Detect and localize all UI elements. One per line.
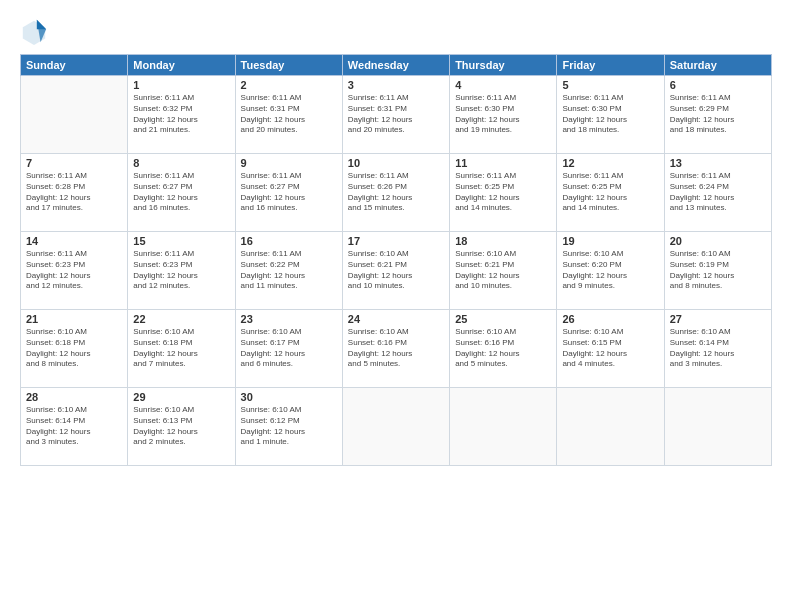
day-info: Sunrise: 6:11 AMSunset: 6:32 PMDaylight:… bbox=[133, 93, 229, 136]
day-number: 16 bbox=[241, 235, 337, 247]
calendar-cell: 18Sunrise: 6:10 AMSunset: 6:21 PMDayligh… bbox=[450, 232, 557, 310]
day-info: Sunrise: 6:10 AMSunset: 6:21 PMDaylight:… bbox=[348, 249, 444, 292]
logo-icon bbox=[20, 18, 48, 46]
day-number: 28 bbox=[26, 391, 122, 403]
day-info: Sunrise: 6:11 AMSunset: 6:23 PMDaylight:… bbox=[133, 249, 229, 292]
svg-marker-2 bbox=[37, 20, 46, 29]
day-number: 7 bbox=[26, 157, 122, 169]
day-number: 17 bbox=[348, 235, 444, 247]
day-info: Sunrise: 6:11 AMSunset: 6:25 PMDaylight:… bbox=[562, 171, 658, 214]
day-info: Sunrise: 6:11 AMSunset: 6:27 PMDaylight:… bbox=[133, 171, 229, 214]
day-info: Sunrise: 6:10 AMSunset: 6:21 PMDaylight:… bbox=[455, 249, 551, 292]
day-info: Sunrise: 6:11 AMSunset: 6:24 PMDaylight:… bbox=[670, 171, 766, 214]
day-number: 13 bbox=[670, 157, 766, 169]
calendar-cell: 2Sunrise: 6:11 AMSunset: 6:31 PMDaylight… bbox=[235, 76, 342, 154]
calendar-cell: 3Sunrise: 6:11 AMSunset: 6:31 PMDaylight… bbox=[342, 76, 449, 154]
day-number: 27 bbox=[670, 313, 766, 325]
day-info: Sunrise: 6:11 AMSunset: 6:29 PMDaylight:… bbox=[670, 93, 766, 136]
calendar-cell bbox=[342, 388, 449, 466]
day-info: Sunrise: 6:10 AMSunset: 6:19 PMDaylight:… bbox=[670, 249, 766, 292]
day-info: Sunrise: 6:10 AMSunset: 6:16 PMDaylight:… bbox=[348, 327, 444, 370]
calendar-cell: 26Sunrise: 6:10 AMSunset: 6:15 PMDayligh… bbox=[557, 310, 664, 388]
day-number: 30 bbox=[241, 391, 337, 403]
day-number: 19 bbox=[562, 235, 658, 247]
calendar-cell: 11Sunrise: 6:11 AMSunset: 6:25 PMDayligh… bbox=[450, 154, 557, 232]
day-info: Sunrise: 6:11 AMSunset: 6:30 PMDaylight:… bbox=[455, 93, 551, 136]
day-info: Sunrise: 6:11 AMSunset: 6:25 PMDaylight:… bbox=[455, 171, 551, 214]
calendar-cell: 21Sunrise: 6:10 AMSunset: 6:18 PMDayligh… bbox=[21, 310, 128, 388]
day-number: 23 bbox=[241, 313, 337, 325]
day-info: Sunrise: 6:11 AMSunset: 6:28 PMDaylight:… bbox=[26, 171, 122, 214]
day-number: 26 bbox=[562, 313, 658, 325]
day-info: Sunrise: 6:10 AMSunset: 6:16 PMDaylight:… bbox=[455, 327, 551, 370]
calendar-cell: 10Sunrise: 6:11 AMSunset: 6:26 PMDayligh… bbox=[342, 154, 449, 232]
day-info: Sunrise: 6:10 AMSunset: 6:17 PMDaylight:… bbox=[241, 327, 337, 370]
day-number: 9 bbox=[241, 157, 337, 169]
day-number: 8 bbox=[133, 157, 229, 169]
week-row-5: 28Sunrise: 6:10 AMSunset: 6:14 PMDayligh… bbox=[21, 388, 772, 466]
day-info: Sunrise: 6:11 AMSunset: 6:22 PMDaylight:… bbox=[241, 249, 337, 292]
page: SundayMondayTuesdayWednesdayThursdayFrid… bbox=[0, 0, 792, 612]
calendar-cell: 27Sunrise: 6:10 AMSunset: 6:14 PMDayligh… bbox=[664, 310, 771, 388]
day-info: Sunrise: 6:11 AMSunset: 6:26 PMDaylight:… bbox=[348, 171, 444, 214]
day-info: Sunrise: 6:10 AMSunset: 6:12 PMDaylight:… bbox=[241, 405, 337, 448]
calendar-cell: 12Sunrise: 6:11 AMSunset: 6:25 PMDayligh… bbox=[557, 154, 664, 232]
day-info: Sunrise: 6:11 AMSunset: 6:31 PMDaylight:… bbox=[241, 93, 337, 136]
day-number: 2 bbox=[241, 79, 337, 91]
day-number: 14 bbox=[26, 235, 122, 247]
weekday-header-row: SundayMondayTuesdayWednesdayThursdayFrid… bbox=[21, 55, 772, 76]
weekday-header-thursday: Thursday bbox=[450, 55, 557, 76]
week-row-1: 1Sunrise: 6:11 AMSunset: 6:32 PMDaylight… bbox=[21, 76, 772, 154]
calendar-cell: 17Sunrise: 6:10 AMSunset: 6:21 PMDayligh… bbox=[342, 232, 449, 310]
calendar-cell bbox=[664, 388, 771, 466]
calendar-cell: 13Sunrise: 6:11 AMSunset: 6:24 PMDayligh… bbox=[664, 154, 771, 232]
calendar-cell: 25Sunrise: 6:10 AMSunset: 6:16 PMDayligh… bbox=[450, 310, 557, 388]
day-number: 6 bbox=[670, 79, 766, 91]
day-info: Sunrise: 6:10 AMSunset: 6:15 PMDaylight:… bbox=[562, 327, 658, 370]
day-number: 11 bbox=[455, 157, 551, 169]
logo bbox=[20, 18, 52, 46]
day-info: Sunrise: 6:10 AMSunset: 6:14 PMDaylight:… bbox=[670, 327, 766, 370]
calendar-cell: 28Sunrise: 6:10 AMSunset: 6:14 PMDayligh… bbox=[21, 388, 128, 466]
calendar-cell: 1Sunrise: 6:11 AMSunset: 6:32 PMDaylight… bbox=[128, 76, 235, 154]
calendar-cell: 23Sunrise: 6:10 AMSunset: 6:17 PMDayligh… bbox=[235, 310, 342, 388]
day-info: Sunrise: 6:10 AMSunset: 6:20 PMDaylight:… bbox=[562, 249, 658, 292]
calendar-cell: 24Sunrise: 6:10 AMSunset: 6:16 PMDayligh… bbox=[342, 310, 449, 388]
weekday-header-sunday: Sunday bbox=[21, 55, 128, 76]
day-info: Sunrise: 6:11 AMSunset: 6:23 PMDaylight:… bbox=[26, 249, 122, 292]
calendar-cell: 5Sunrise: 6:11 AMSunset: 6:30 PMDaylight… bbox=[557, 76, 664, 154]
day-number: 24 bbox=[348, 313, 444, 325]
calendar-cell: 22Sunrise: 6:10 AMSunset: 6:18 PMDayligh… bbox=[128, 310, 235, 388]
calendar-cell: 20Sunrise: 6:10 AMSunset: 6:19 PMDayligh… bbox=[664, 232, 771, 310]
header bbox=[20, 18, 772, 46]
calendar-cell: 14Sunrise: 6:11 AMSunset: 6:23 PMDayligh… bbox=[21, 232, 128, 310]
day-info: Sunrise: 6:10 AMSunset: 6:14 PMDaylight:… bbox=[26, 405, 122, 448]
weekday-header-monday: Monday bbox=[128, 55, 235, 76]
week-row-2: 7Sunrise: 6:11 AMSunset: 6:28 PMDaylight… bbox=[21, 154, 772, 232]
day-number: 15 bbox=[133, 235, 229, 247]
calendar-cell: 30Sunrise: 6:10 AMSunset: 6:12 PMDayligh… bbox=[235, 388, 342, 466]
day-number: 4 bbox=[455, 79, 551, 91]
day-info: Sunrise: 6:10 AMSunset: 6:18 PMDaylight:… bbox=[26, 327, 122, 370]
weekday-header-wednesday: Wednesday bbox=[342, 55, 449, 76]
calendar-cell: 16Sunrise: 6:11 AMSunset: 6:22 PMDayligh… bbox=[235, 232, 342, 310]
day-number: 18 bbox=[455, 235, 551, 247]
day-number: 1 bbox=[133, 79, 229, 91]
day-number: 21 bbox=[26, 313, 122, 325]
calendar-table: SundayMondayTuesdayWednesdayThursdayFrid… bbox=[20, 54, 772, 466]
day-number: 29 bbox=[133, 391, 229, 403]
day-info: Sunrise: 6:11 AMSunset: 6:30 PMDaylight:… bbox=[562, 93, 658, 136]
weekday-header-saturday: Saturday bbox=[664, 55, 771, 76]
day-number: 25 bbox=[455, 313, 551, 325]
weekday-header-friday: Friday bbox=[557, 55, 664, 76]
calendar-cell: 19Sunrise: 6:10 AMSunset: 6:20 PMDayligh… bbox=[557, 232, 664, 310]
calendar-cell: 9Sunrise: 6:11 AMSunset: 6:27 PMDaylight… bbox=[235, 154, 342, 232]
day-number: 20 bbox=[670, 235, 766, 247]
day-info: Sunrise: 6:11 AMSunset: 6:27 PMDaylight:… bbox=[241, 171, 337, 214]
calendar-cell bbox=[557, 388, 664, 466]
calendar-cell: 7Sunrise: 6:11 AMSunset: 6:28 PMDaylight… bbox=[21, 154, 128, 232]
day-info: Sunrise: 6:11 AMSunset: 6:31 PMDaylight:… bbox=[348, 93, 444, 136]
calendar-cell: 6Sunrise: 6:11 AMSunset: 6:29 PMDaylight… bbox=[664, 76, 771, 154]
day-info: Sunrise: 6:10 AMSunset: 6:13 PMDaylight:… bbox=[133, 405, 229, 448]
calendar-cell bbox=[450, 388, 557, 466]
